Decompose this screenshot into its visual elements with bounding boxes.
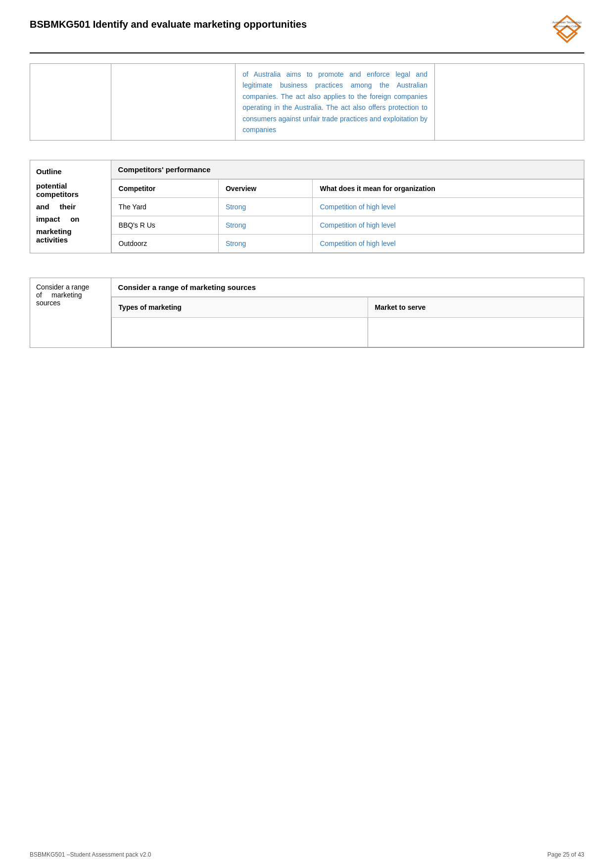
overview-1: Strong	[218, 198, 312, 216]
competitors-word: competitors	[36, 190, 105, 198]
competitor-name-1: The Yard	[111, 198, 218, 216]
col-market-to-serve: Market to serve	[368, 297, 583, 318]
meaning-1: Competition of high level	[313, 198, 584, 216]
footer-right: Page 25 of 43	[547, 851, 584, 858]
outline-label-cell: Outline potential competitors and their …	[30, 160, 111, 253]
competitors-table-header-row: Competitor Overview What does it mean fo…	[111, 180, 583, 198]
of-marketing-text: of marketing	[36, 291, 105, 299]
types-cell-1	[111, 318, 368, 347]
table-row: The Yard Strong Competition of high leve…	[111, 198, 583, 216]
page-footer: BSBMKG501 –Student Assessment pack v2.0 …	[30, 851, 584, 858]
main-outer-table: of Australia aims to promote and enforce…	[30, 63, 584, 348]
outline-label: Outline potential competitors and their …	[36, 167, 105, 244]
table-row	[111, 318, 583, 347]
logo-icon: Australian Technology and Innovation Col…	[550, 14, 584, 48]
competitors-section-header: Competitors' performance	[111, 160, 584, 179]
table-row: BBQ's R Us Strong Competition of high le…	[111, 216, 583, 235]
marketing-word: marketing	[36, 227, 105, 236]
outline-competitors-row: Outline potential competitors and their …	[30, 160, 584, 253]
marketing-sources-header: Consider a range of marketing sources	[111, 278, 584, 297]
competitors-content-cell: Competitors' performance Competitor Over…	[111, 160, 584, 253]
australia-right-empty	[434, 64, 584, 141]
and-word: and their	[36, 202, 105, 211]
svg-marker-1	[558, 26, 577, 42]
potential-word: potential	[36, 182, 105, 190]
sources-text: sources	[36, 299, 105, 307]
page-wrapper: BSBMKG501 Identify and evaluate marketin…	[0, 0, 614, 868]
australia-row: of Australia aims to promote and enforce…	[30, 64, 584, 141]
consider-range-text: Consider a range	[36, 283, 105, 291]
header-divider	[30, 52, 584, 53]
australia-paragraph: of Australia aims to promote and enforce…	[242, 70, 427, 134]
marketing-sources-row: Consider a range of marketing sources Co…	[30, 278, 584, 348]
marketing-sources-section: Consider a range of marketing sources Ty…	[111, 278, 584, 347]
marketing-types-table: Types of marketing Market to serve	[111, 297, 584, 347]
overview-3: Strong	[218, 235, 312, 253]
spacer-1	[30, 141, 584, 160]
australia-middle-empty	[111, 64, 236, 141]
svg-text:and Innovation College: and Innovation College	[554, 25, 580, 28]
marketing-types-header-row: Types of marketing Market to serve	[111, 297, 583, 318]
col-overview: Overview	[218, 180, 312, 198]
meaning-2: Competition of high level	[313, 216, 584, 235]
australia-text-cell: of Australia aims to promote and enforce…	[236, 64, 435, 141]
footer-left: BSBMKG501 –Student Assessment pack v2.0	[30, 851, 151, 858]
meaning-3: Competition of high level	[313, 235, 584, 253]
marketing-sources-content-cell: Consider a range of marketing sources Ty…	[111, 278, 584, 348]
col-meaning: What does it mean for organization	[313, 180, 584, 198]
overview-2: Strong	[218, 216, 312, 235]
svg-text:Australian Technology: Australian Technology	[552, 20, 582, 24]
col-types-of-marketing: Types of marketing	[111, 297, 368, 318]
main-content: of Australia aims to promote and enforce…	[0, 63, 614, 348]
col-competitor: Competitor	[111, 180, 218, 198]
table-row: Outdoorz Strong Competition of high leve…	[111, 235, 583, 253]
serve-cell-1	[368, 318, 583, 347]
consider-label-cell: Consider a range of marketing sources	[30, 278, 111, 348]
page-title: BSBMKG501 Identify and evaluate marketin…	[30, 14, 307, 30]
competitor-name-2: BBQ's R Us	[111, 216, 218, 235]
spacer-2	[30, 253, 584, 278]
page-header: BSBMKG501 Identify and evaluate marketin…	[0, 0, 614, 48]
competitors-section: Competitors' performance Competitor Over…	[111, 160, 584, 253]
competitors-inner-table: Competitor Overview What does it mean fo…	[111, 179, 584, 253]
outline-word: Outline	[36, 167, 105, 176]
competitor-name-3: Outdoorz	[111, 235, 218, 253]
australia-left-empty	[30, 64, 111, 141]
activities-word: activities	[36, 236, 105, 244]
logo-area: Australian Technology and Innovation Col…	[550, 14, 584, 48]
impact-word: impact on	[36, 215, 105, 223]
